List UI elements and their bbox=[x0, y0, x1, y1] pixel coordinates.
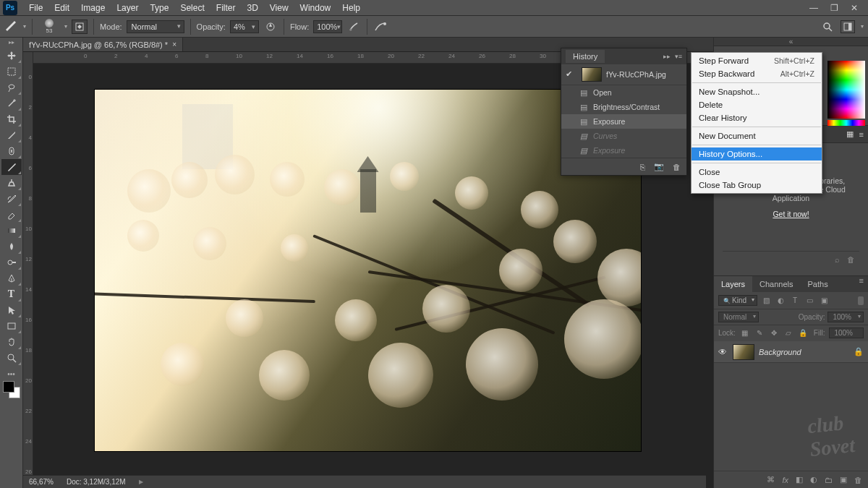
layer-row-background[interactable]: 👁 Background 🔒 bbox=[714, 341, 868, 363]
foreground-color-swatch[interactable] bbox=[3, 381, 14, 393]
crop-tool[interactable] bbox=[1, 111, 22, 127]
link-layers-icon[interactable]: ⌘ bbox=[767, 475, 775, 484]
filter-shape-icon[interactable]: ▭ bbox=[804, 295, 815, 307]
ctx-clear-history[interactable]: Clear History bbox=[692, 111, 822, 124]
brush-preset-picker[interactable]: 53 bbox=[38, 18, 60, 35]
rectangle-tool[interactable] bbox=[1, 318, 22, 334]
size-pressure-icon[interactable] bbox=[373, 20, 388, 33]
zoom-tool[interactable] bbox=[1, 350, 22, 366]
tab-channels[interactable]: Channels bbox=[752, 276, 800, 292]
lock-position-icon[interactable]: ✥ bbox=[769, 328, 779, 338]
flow-input[interactable]: 100% bbox=[313, 20, 342, 33]
document-tab[interactable]: fYv-RUcCPhA.jpg @ 66,7% (RGB/8#) * × bbox=[23, 38, 183, 51]
eraser-tool[interactable] bbox=[1, 207, 22, 223]
layers-panel-menu-icon[interactable]: ≡ bbox=[855, 276, 868, 292]
menu-file[interactable]: File bbox=[23, 3, 48, 13]
doc-size-readout[interactable]: Doc: 3,12M/3,12M bbox=[67, 478, 126, 486]
path-select-tool[interactable] bbox=[1, 302, 22, 318]
layer-blend-select[interactable]: Normal bbox=[718, 312, 759, 322]
panel-menu-icon[interactable]: ≡ bbox=[859, 130, 864, 139]
layer-fx-icon[interactable]: fx bbox=[782, 476, 788, 484]
new-layer-icon[interactable]: ▣ bbox=[840, 475, 847, 484]
edit-toolbar-icon[interactable]: ••• bbox=[7, 370, 15, 378]
history-step[interactable]: ▤Exposure bbox=[561, 143, 686, 158]
ctx-new-document[interactable]: New Document bbox=[692, 129, 822, 142]
menu-view[interactable]: View bbox=[264, 3, 294, 13]
history-step[interactable]: ▤Exposure bbox=[561, 114, 686, 129]
panel-icon[interactable]: ▦ bbox=[846, 129, 854, 139]
tab-paths[interactable]: Paths bbox=[801, 276, 835, 292]
new-snapshot-icon[interactable]: 📷 bbox=[654, 162, 664, 171]
status-menu-icon[interactable]: ▶ bbox=[139, 479, 143, 485]
lasso-tool[interactable] bbox=[1, 80, 22, 95]
layer-mask-icon[interactable]: ◧ bbox=[796, 475, 803, 484]
blur-tool[interactable] bbox=[1, 239, 22, 254]
opacity-pressure-icon[interactable] bbox=[263, 20, 278, 33]
clone-stamp-tool[interactable] bbox=[1, 175, 22, 191]
filter-type-icon[interactable]: T bbox=[789, 295, 801, 307]
history-step[interactable]: ▤Open bbox=[561, 85, 686, 100]
menu-3d[interactable]: 3D bbox=[241, 3, 263, 13]
eyedropper-tool[interactable] bbox=[1, 127, 22, 143]
history-brush-source-icon[interactable]: ✔ bbox=[566, 69, 577, 80]
layer-opacity-input[interactable]: 100% bbox=[827, 312, 864, 322]
current-tool-brush-icon[interactable] bbox=[4, 20, 19, 33]
menu-help[interactable]: Help bbox=[336, 3, 366, 13]
menu-image[interactable]: Image bbox=[75, 3, 111, 13]
filter-pixel-icon[interactable]: ▧ bbox=[760, 295, 772, 307]
filter-adjust-icon[interactable]: ◐ bbox=[775, 295, 786, 307]
menu-edit[interactable]: Edit bbox=[48, 3, 75, 13]
history-step[interactable]: ▤Brightness/Contrast bbox=[561, 100, 686, 114]
brush-tool[interactable] bbox=[1, 159, 22, 175]
ctx-delete[interactable]: Delete bbox=[692, 98, 822, 111]
get-it-now-link[interactable]: Get it now! bbox=[773, 210, 809, 218]
fill-input[interactable]: 100% bbox=[829, 328, 864, 338]
ctx-step-forward[interactable]: Step ForwardShift+Ctrl+Z bbox=[692, 54, 822, 67]
history-tab[interactable]: History bbox=[566, 50, 605, 63]
window-close-icon[interactable]: ✕ bbox=[848, 3, 861, 13]
history-brush-tool[interactable] bbox=[1, 191, 22, 207]
ctx-new-snapshot[interactable]: New Snapshot... bbox=[692, 85, 822, 98]
hue-slider[interactable] bbox=[827, 120, 865, 126]
lock-artboard-icon[interactable]: ▱ bbox=[783, 328, 793, 338]
ctx-history-options[interactable]: History Options... bbox=[692, 147, 822, 160]
menu-layer[interactable]: Layer bbox=[111, 3, 144, 13]
color-swatches[interactable] bbox=[3, 381, 20, 398]
airbrush-icon[interactable] bbox=[346, 20, 361, 33]
gradient-tool[interactable] bbox=[1, 223, 22, 239]
filter-smart-icon[interactable]: ▣ bbox=[818, 295, 830, 307]
layer-locked-icon[interactable]: 🔒 bbox=[854, 347, 864, 356]
color-spectrum[interactable] bbox=[827, 61, 865, 119]
window-restore-icon[interactable]: ❐ bbox=[827, 3, 841, 13]
libraries-search-icon[interactable]: ⌕ bbox=[835, 255, 840, 264]
lock-pixels-icon[interactable]: ▦ bbox=[740, 328, 750, 338]
hand-tool[interactable] bbox=[1, 334, 22, 350]
workspace-switch-icon[interactable] bbox=[841, 20, 855, 33]
history-panel-menu-icon[interactable]: ▾≡ bbox=[675, 53, 682, 60]
menu-filter[interactable]: Filter bbox=[210, 3, 242, 13]
visibility-icon[interactable]: 👁 bbox=[718, 347, 728, 357]
menu-select[interactable]: Select bbox=[174, 3, 210, 13]
tab-layers[interactable]: Layers bbox=[714, 276, 752, 292]
new-doc-from-state-icon[interactable]: ⎘ bbox=[640, 163, 645, 171]
history-step[interactable]: ▤Curves bbox=[561, 129, 686, 143]
search-icon[interactable] bbox=[820, 20, 835, 33]
type-tool[interactable]: T bbox=[1, 286, 22, 302]
ctx-close-tab-group[interactable]: Close Tab Group bbox=[692, 179, 822, 192]
ctx-step-backward[interactable]: Step BackwardAlt+Ctrl+Z bbox=[692, 67, 822, 80]
panels-collapse-icon[interactable] bbox=[714, 38, 868, 46]
brush-panel-toggle-icon[interactable] bbox=[72, 20, 88, 34]
delete-state-icon[interactable]: 🗑 bbox=[673, 163, 681, 171]
history-collapse-icon[interactable]: ▸▸ bbox=[663, 53, 671, 60]
opacity-input[interactable]: 4% bbox=[230, 20, 259, 33]
layer-thumbnail[interactable] bbox=[733, 344, 754, 360]
lock-paint-icon[interactable]: ✎ bbox=[754, 328, 765, 338]
marquee-tool[interactable] bbox=[1, 64, 22, 80]
healing-brush-tool[interactable] bbox=[1, 143, 22, 159]
pen-tool[interactable] bbox=[1, 270, 22, 286]
menu-window[interactable]: Window bbox=[294, 3, 337, 13]
tools-collapse-icon[interactable]: ▸▸ bbox=[9, 39, 14, 48]
canvas[interactable] bbox=[95, 90, 641, 451]
layer-filter-select[interactable]: Kind bbox=[718, 295, 757, 306]
dodge-tool[interactable] bbox=[1, 254, 22, 270]
